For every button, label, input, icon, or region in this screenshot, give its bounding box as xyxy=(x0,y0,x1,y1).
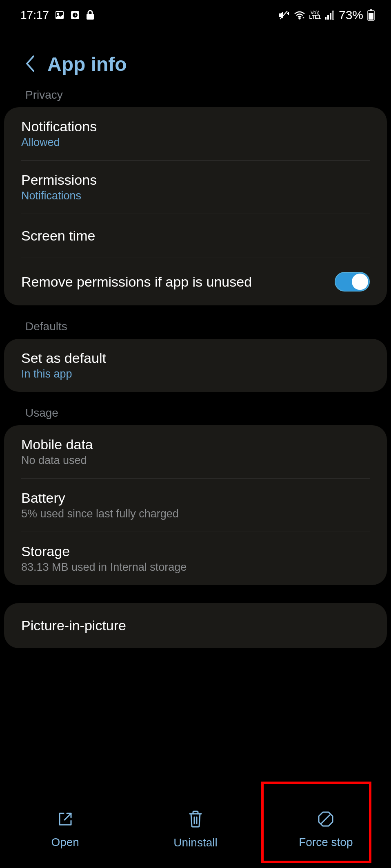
pip-title: Picture-in-picture xyxy=(21,618,126,634)
page-title: App info xyxy=(47,53,127,75)
card-pip: Picture-in-picture xyxy=(4,603,387,648)
svg-rect-7 xyxy=(325,17,327,20)
row-mobile-data[interactable]: Mobile data No data used xyxy=(4,425,387,478)
force-stop-button[interactable]: Force stop xyxy=(261,791,391,868)
section-header-usage: Usage xyxy=(4,392,387,425)
uninstall-label: Uninstall xyxy=(173,836,217,849)
storage-title: Storage xyxy=(21,543,187,559)
uninstall-button[interactable]: Uninstall xyxy=(130,791,260,868)
trash-icon xyxy=(187,810,204,831)
row-pip[interactable]: Picture-in-picture xyxy=(4,603,387,648)
mobiledata-sub: No data used xyxy=(21,454,93,467)
notifications-title: Notifications xyxy=(21,119,97,135)
svg-point-6 xyxy=(299,18,300,19)
image-icon xyxy=(55,10,64,20)
screentime-title: Screen time xyxy=(21,228,95,244)
mute-vibrate-icon xyxy=(278,10,290,20)
status-bar: 17:17 Vo)) LTE1 73% xyxy=(0,0,391,29)
svg-point-1 xyxy=(57,13,59,15)
setdefault-title: Set as default xyxy=(21,350,106,366)
battery-sub: 5% used since last fully charged xyxy=(21,508,179,520)
stop-icon xyxy=(317,810,335,831)
back-icon[interactable] xyxy=(24,55,35,74)
svg-rect-10 xyxy=(332,11,334,20)
row-storage[interactable]: Storage 83.13 MB used in Internal storag… xyxy=(4,532,387,585)
open-button[interactable]: Open xyxy=(0,791,130,868)
row-battery[interactable]: Battery 5% used since last fully charged xyxy=(4,479,387,532)
battery-percent: 73% xyxy=(339,8,363,22)
card-usage: Mobile data No data used Battery 5% used… xyxy=(4,425,387,585)
svg-line-17 xyxy=(322,815,330,823)
battery-title: Battery xyxy=(21,490,179,506)
permissions-title: Permissions xyxy=(21,172,97,188)
status-left-group: 17:17 xyxy=(20,9,95,22)
page-header: App info xyxy=(0,29,391,92)
row-remove-permissions[interactable]: Remove permissions if app is unused xyxy=(4,258,387,305)
row-set-default[interactable]: Set as default In this app xyxy=(4,339,387,392)
wifi-icon xyxy=(294,11,305,20)
section-header-privacy: Privacy xyxy=(4,88,387,107)
remove-permissions-title: Remove permissions if app is unused xyxy=(21,274,335,290)
notifications-sub: Allowed xyxy=(21,136,97,149)
remove-permissions-toggle[interactable] xyxy=(335,272,370,292)
permissions-sub: Notifications xyxy=(21,190,97,202)
svg-rect-4 xyxy=(87,14,94,20)
svg-rect-13 xyxy=(369,13,373,20)
svg-rect-12 xyxy=(370,9,372,11)
signal-icon xyxy=(325,11,335,20)
open-label: Open xyxy=(51,836,79,849)
section-header-defaults: Defaults xyxy=(4,305,387,339)
forcestop-label: Force stop xyxy=(299,836,353,849)
bottom-action-bar: Open Uninstall Force stop xyxy=(0,791,391,868)
content-scroll[interactable]: Privacy Notifications Allowed Permission… xyxy=(0,88,391,771)
lock-icon xyxy=(86,10,95,20)
row-screen-time[interactable]: Screen time xyxy=(4,214,387,258)
clock-app-icon xyxy=(70,10,80,20)
setdefault-sub: In this app xyxy=(21,368,106,380)
storage-sub: 83.13 MB used in Internal storage xyxy=(21,561,187,574)
status-time: 17:17 xyxy=(20,9,49,22)
lte-label: LTE1 xyxy=(309,15,321,20)
row-notifications[interactable]: Notifications Allowed xyxy=(4,107,387,160)
volte-icon: Vo)) LTE1 xyxy=(309,11,321,20)
open-icon xyxy=(56,810,74,831)
card-privacy: Notifications Allowed Permissions Notifi… xyxy=(4,107,387,305)
card-defaults: Set as default In this app xyxy=(4,339,387,392)
battery-icon xyxy=(367,9,375,21)
svg-rect-9 xyxy=(330,13,331,20)
svg-rect-8 xyxy=(327,15,329,20)
toggle-knob xyxy=(352,274,368,290)
mobiledata-title: Mobile data xyxy=(21,437,93,453)
status-right-group: Vo)) LTE1 73% xyxy=(278,8,375,22)
row-permissions[interactable]: Permissions Notifications xyxy=(4,161,387,214)
